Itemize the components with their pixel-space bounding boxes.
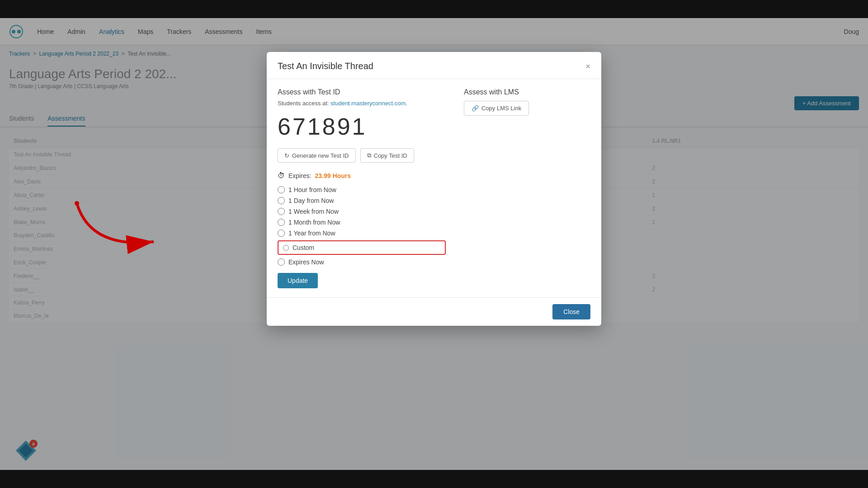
radio-custom-input[interactable] [283,245,289,251]
radio-1hour-input[interactable] [278,186,285,193]
expires-value: 23.99 Hours [315,172,351,179]
radio-expires-now-label: Expires Now [288,258,324,266]
link-icon: 🔗 [472,105,479,112]
radio-1day-label: 1 Day from Now [288,197,334,204]
test-id-display: 671891 [278,113,446,140]
expiry-radio-group: 1 Hour from Now 1 Day from Now 1 Week fr… [278,186,446,266]
clock-icon: ⏱ [278,172,285,180]
access-url-link[interactable]: student.masteryconnect.com [330,100,406,107]
access-url-text: Students access at: student.masteryconne… [278,100,446,107]
radio-1week-label: 1 Week from Now [288,208,339,215]
radio-1day-input[interactable] [278,197,285,204]
radio-custom-label: Custom [292,244,314,251]
modal-title: Test An Invisible Thread [278,61,373,71]
radio-1year[interactable]: 1 Year from Now [278,230,446,237]
radio-1month-input[interactable] [278,219,285,226]
radio-1hour-label: 1 Hour from Now [288,186,336,193]
refresh-icon: ↻ [284,152,289,159]
expires-label: Expires: [288,172,311,179]
assess-test-id-section: Assess with Test ID Students access at: … [278,88,446,288]
radio-1day[interactable]: 1 Day from Now [278,197,446,204]
assess-test-id-title: Assess with Test ID [278,88,446,96]
radio-expires-now[interactable]: Expires Now [278,258,446,266]
radio-1month[interactable]: 1 Month from Now [278,219,446,226]
radio-custom[interactable]: Custom [278,240,446,255]
modal-footer: Close [267,297,601,326]
copy-icon: ⧉ [367,152,371,159]
copy-lms-button[interactable]: 🔗 Copy LMS Link [464,101,529,116]
modal-body: Assess with Test ID Students access at: … [267,79,601,297]
bottom-bar [0,470,868,488]
radio-1year-label: 1 Year from Now [288,230,335,237]
radio-1month-label: 1 Month from Now [288,219,340,226]
generate-new-test-id-button[interactable]: ↻ Generate new Test ID [278,148,356,163]
modal-close-button[interactable]: × [585,62,590,70]
radio-expires-now-input[interactable] [278,258,285,266]
close-button[interactable]: Close [552,304,590,319]
assess-lms-title: Assess with LMS [464,88,590,96]
radio-1week[interactable]: 1 Week from Now [278,208,446,215]
copy-test-id-button[interactable]: ⧉ Copy Test ID [360,148,414,163]
update-button[interactable]: Update [278,273,318,288]
expires-row: ⏱ Expires: 23.99 Hours [278,172,446,180]
radio-1hour[interactable]: 1 Hour from Now [278,186,446,193]
modal-header: Test An Invisible Thread × [267,52,601,79]
top-bar [0,0,868,18]
assess-lms-section: Assess with LMS 🔗 Copy LMS Link [464,88,590,288]
modal-dialog: Test An Invisible Thread × Assess with T… [267,52,601,326]
test-id-buttons: ↻ Generate new Test ID ⧉ Copy Test ID [278,148,446,163]
radio-1week-input[interactable] [278,208,285,215]
radio-1year-input[interactable] [278,230,285,237]
